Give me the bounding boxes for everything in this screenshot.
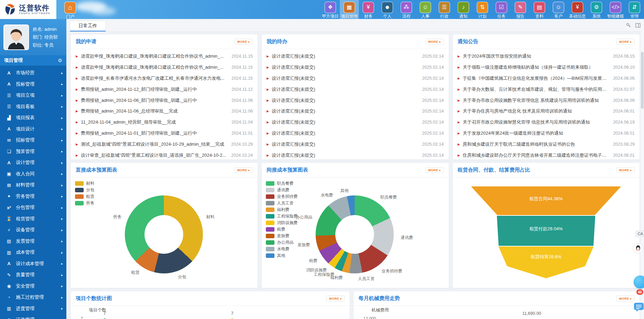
gear-icon[interactable]: ⚙ [58, 58, 62, 63]
sidebar-item[interactable]: ⌛ 租赁管理 ▸ [0, 213, 66, 225]
list-item-link[interactable]: 关于举办市政公用设施数字化管理信息 系统建设与应用培训班的通知 [463, 97, 608, 104]
legend-item[interactable]: 其他 [266, 252, 298, 259]
sidebar-item[interactable]: ▣ 收入合同 ▸ [0, 168, 66, 180]
list-item-link[interactable]: 11_2024-11-04_admin_经营部_领导审批__完成 [81, 119, 227, 125]
list-item-link[interactable]: 设计审查_彭祖新城"四馆"景观工程设计项目_请选择_胡广生_2024-10-2.… [81, 152, 226, 158]
more-button[interactable]: MORE ▸ [426, 167, 444, 173]
nav-item-portal[interactable]: ⌂ 门户 [61, 2, 80, 20]
list-item-link[interactable]: 于征集《中国建筑施工行业信息化发展报告（2024）—BIM应用与发展》材料... [463, 75, 608, 81]
nav-item[interactable]: </> 智能建模 [606, 0, 625, 19]
nav-item[interactable]: ⇅ 计划 [473, 0, 492, 19]
list-item-link[interactable]: 进度款申报_长春市伊通河水力发电厂改建工程_长春市伊通河水力发电... [81, 75, 227, 81]
customer-service-icon[interactable] [633, 243, 643, 253]
sidebar-item[interactable]: ⊞ 材料管理 ▸ [0, 180, 66, 191]
sidebar-item[interactable]: ▮ 证件管理 ▸ [0, 314, 66, 319]
list-item-link[interactable]: 设计进度汇报(未提交) [272, 108, 417, 114]
list-item-link[interactable]: 费用报销_admin_2024-11-06_总经理审批__完成 [81, 108, 227, 114]
sidebar-item[interactable]: ⚡ 设备管理 ▸ [0, 224, 66, 236]
list-item-link[interactable]: 设计进度汇报(未提交) [272, 53, 417, 59]
nav-item[interactable]: ⇵ 管理 [625, 0, 644, 19]
chat-icon[interactable] [634, 302, 644, 313]
sidebar-item[interactable]: A 项目设计 ▸ [0, 124, 66, 135]
list-item-link[interactable]: 住房和城乡建设部办公厅关于同意吉林省开展二级建造师注册证书电子化试点... [463, 152, 608, 158]
nav-item[interactable]: ⁂ 流程 [397, 0, 416, 19]
nav-item[interactable]: ♪ 通知 [454, 0, 473, 19]
list-item-link[interactable]: 设计进度汇报(未提交) [272, 130, 417, 136]
nav-item[interactable]: ❖ 甲方项目 [321, 0, 340, 19]
sidebar-header[interactable]: 项目管理 ⚙ [0, 55, 66, 66]
nav-item[interactable]: ☺ 客户 [549, 0, 568, 19]
tab-daily-work[interactable]: 日常工作 [70, 21, 106, 31]
sidebar-item[interactable]: ✉ 招标管理 ▸ [0, 135, 66, 146]
list-item-link[interactable]: 设计进度汇报(未提交) [272, 86, 417, 93]
list-item-link[interactable]: 设计进度汇报(未提交) [272, 75, 417, 81]
list-item-link[interactable]: 费用报销_admin_2024-11-01_部门经理审批_胡建,_运行中 [81, 130, 227, 136]
key-icon[interactable] [626, 23, 631, 28]
legend-item[interactable]: 分包 [75, 187, 94, 193]
legend-item[interactable]: 消防设施费 [266, 220, 298, 226]
nav-item[interactable]: ✎ 报告 [511, 0, 530, 19]
list-item-link[interactable]: 关于领取一级注册建造师增项贴的通知（须持一建证书前来领取） [463, 64, 608, 70]
more-button[interactable]: MORE ▸ [234, 39, 253, 45]
legend-item[interactable]: 人员工资 [266, 200, 298, 206]
more-button[interactable]: MORE ▸ [616, 167, 635, 173]
nav-item[interactable]: ¥ 基础信息 [568, 0, 587, 19]
more-button[interactable]: MORE ▸ [326, 296, 345, 301]
more-button[interactable]: MORE ▸ [616, 296, 635, 301]
sidebar-item[interactable]: A 设计成本管理 ▸ [0, 258, 66, 270]
nav-item[interactable]: ⚙ 系统 [587, 0, 606, 19]
legend-item[interactable]: 材料 [75, 180, 94, 187]
sidebar-item[interactable]: ✦ 劳务管理 ▸ [0, 191, 66, 202]
list-item-link[interactable]: 设计进度汇报(未提交) [272, 141, 417, 147]
list-item-link[interactable]: 设计进度汇报(未提交) [272, 152, 417, 158]
list-item-link[interactable]: 房和城乡建设厅关于取消二级建造师临时执业证书的公告 [463, 141, 608, 147]
sidebar-item[interactable]: ▥ 进度管理 ▸ [0, 303, 66, 315]
nav-item[interactable]: ☰ 行政 [435, 0, 454, 19]
list-item-link[interactable]: 关于召开市政公用设施智慧化管理 信息技术与应用培训班的通知 [463, 119, 608, 125]
legend-item[interactable]: 业务招待费 [266, 193, 298, 200]
sidebar-item[interactable]: ☰ 项目立项 ▸ [0, 90, 66, 101]
funnel-segment[interactable]: 租赁合同44.36% [471, 186, 621, 215]
legend-item[interactable]: 税费 [266, 226, 298, 233]
nav-item[interactable]: ▤ 资料 [530, 0, 549, 19]
more-button[interactable]: MORE ▸ [616, 39, 635, 45]
sidebar-item[interactable]: x² 分包管理 ▸ [0, 202, 66, 213]
list-item-link[interactable]: 设计进度汇报(未提交) [272, 64, 417, 70]
nav-item[interactable]: ¥ 财务 [359, 0, 378, 19]
legend-item[interactable]: 通讯费 [266, 187, 298, 193]
avatar[interactable] [3, 25, 29, 50]
legend-item[interactable]: 劳务 [75, 200, 94, 206]
list-item-link[interactable]: 设计进度汇报(未提交) [272, 97, 417, 104]
ca-shortcut[interactable]: CA [636, 231, 644, 237]
more-button[interactable]: MORE ▸ [426, 39, 444, 45]
sidebar-item[interactable]: ▤ 发票管理 ▸ [0, 236, 66, 247]
list-item-link[interactable]: 设计进度汇报(未提交) [272, 119, 417, 125]
list-item-link[interactable]: 关于2024年国庆节放假安排的通知 [463, 53, 608, 59]
legend-item[interactable]: 办公用品 [266, 239, 298, 246]
more-button[interactable]: MORE ▸ [234, 167, 253, 173]
scrollbar-thumb[interactable] [641, 52, 644, 109]
list-item-link[interactable]: 关于发放2024年第24批一级建造师注册证书的通知 [463, 130, 608, 136]
legend-item[interactable]: 水电费 [266, 246, 298, 252]
legend-item[interactable]: 差旅费 [266, 233, 298, 239]
funnel-segment[interactable]: 租赁付款29.04% [471, 216, 621, 246]
list-item-link[interactable]: 费用报销_admin_2024-11-06_部门经理审批_胡建,_运行中 [81, 97, 227, 104]
nav-item[interactable]: ▦ 项目管理 [340, 0, 359, 19]
legend-item[interactable]: 租赁 [75, 193, 94, 200]
sidebar-item[interactable]: ☰ 项目看板 ▸ [0, 101, 66, 113]
sidebar-item[interactable]: ▥ 成本管理 ▸ [0, 247, 66, 258]
nav-item[interactable]: ☻ 个人 [378, 0, 397, 19]
list-item-link[interactable]: 费用报销_admin_2024-11-12_部门经理审批_胡建,_运行中 [81, 86, 227, 93]
legend-item[interactable]: 福利费 [266, 206, 298, 213]
list-item-link[interactable]: 进度款申报_珠海鹤港口建设_珠海鹤港口建设工程合作协议书_admin_... [81, 53, 227, 59]
list-item-link[interactable]: 关于举办住房与房地产信息化 技术及应用培训班的通知 [463, 108, 608, 114]
legend-item[interactable]: 职员餐费 [266, 180, 298, 187]
nav-item[interactable]: ☺ 人事 [416, 0, 435, 19]
nav-item[interactable]: ☑ 任务 [492, 0, 511, 19]
layout-toggle-icon[interactable] [635, 23, 641, 28]
sidebar-item[interactable]: ◉ 安全管理 ▸ [0, 281, 66, 292]
sidebar-item[interactable]: ◔ 施工过程管理 ▸ [0, 292, 66, 303]
sidebar-item[interactable]: ✎ 质量管理 ▸ [0, 269, 66, 281]
assistant-button[interactable] [634, 276, 644, 289]
list-item-link[interactable]: 进度款申报_珠海鹤港口建设_珠海鹤港口建设工程合作协议书_admin_... [81, 64, 227, 70]
